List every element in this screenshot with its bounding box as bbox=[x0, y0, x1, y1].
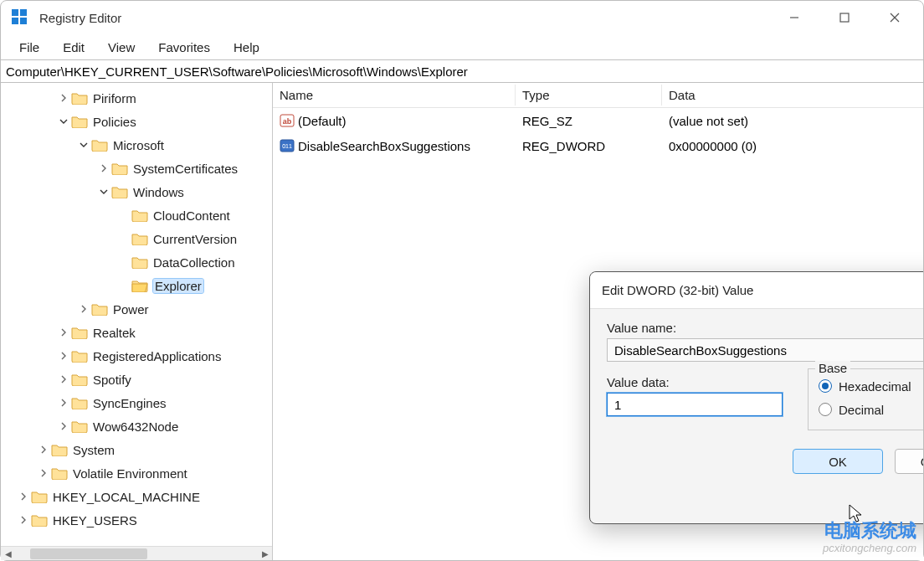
expand-icon[interactable] bbox=[118, 280, 130, 291]
folder-icon bbox=[131, 279, 148, 292]
expand-icon[interactable] bbox=[78, 139, 90, 151]
cancel-button[interactable]: Cancel bbox=[895, 449, 923, 474]
folder-icon bbox=[131, 255, 148, 269]
column-header-name[interactable]: Name bbox=[273, 85, 516, 106]
expand-icon[interactable] bbox=[58, 92, 69, 104]
list-row[interactable]: ab(Default)REG_SZ(value not set) bbox=[273, 108, 923, 133]
svg-text:ab: ab bbox=[283, 117, 292, 126]
svg-rect-0 bbox=[12, 9, 18, 16]
tree-item-microsoft[interactable]: Microsoft bbox=[1, 133, 272, 157]
expand-icon[interactable] bbox=[58, 397, 69, 409]
tree-item-datacollection[interactable]: DataCollection bbox=[1, 250, 272, 274]
svg-text:011: 011 bbox=[282, 143, 292, 149]
folder-icon bbox=[71, 396, 88, 409]
tree-item-realtek[interactable]: Realtek bbox=[1, 321, 272, 344]
tree-item-system[interactable]: System bbox=[1, 438, 272, 461]
radio-hex-label: Hexadecimal bbox=[839, 379, 911, 394]
ok-button[interactable]: OK bbox=[793, 449, 883, 474]
tree-item-label: Policies bbox=[93, 115, 136, 129]
radio-decimal[interactable]: Decimal bbox=[819, 398, 923, 421]
menu-favorites[interactable]: Favorites bbox=[146, 37, 222, 58]
svg-rect-3 bbox=[20, 18, 27, 24]
folder-icon bbox=[111, 162, 128, 175]
window: Registry Editor File Edit View Favorites… bbox=[0, 0, 924, 561]
watermark: 电脑系统城 pcxitongcheng.com bbox=[823, 520, 916, 555]
svg-rect-1 bbox=[20, 9, 27, 16]
value-type: REG_SZ bbox=[516, 112, 662, 130]
scroll-thumb[interactable] bbox=[30, 548, 147, 559]
menu-file[interactable]: File bbox=[8, 37, 51, 58]
tree-item-label: Wow6432Node bbox=[93, 419, 178, 434]
expand-icon[interactable] bbox=[98, 162, 110, 174]
expand-icon[interactable] bbox=[58, 373, 69, 385]
tree-item-power[interactable]: Power bbox=[1, 297, 272, 321]
list-row[interactable]: 011DisableSearchBoxSuggestionsREG_DWORD0… bbox=[273, 133, 923, 158]
folder-icon bbox=[71, 91, 88, 105]
list-rows: ab(Default)REG_SZ(value not set)011Disab… bbox=[273, 108, 923, 158]
scroll-left-icon[interactable]: ◀ bbox=[1, 547, 15, 561]
expand-icon[interactable] bbox=[38, 444, 49, 455]
tree-item-label: CurrentVersion bbox=[153, 232, 237, 246]
menu-help[interactable]: Help bbox=[222, 37, 271, 58]
expand-icon[interactable] bbox=[18, 491, 29, 502]
menu-edit[interactable]: Edit bbox=[51, 37, 96, 58]
base-legend: Base bbox=[815, 361, 850, 375]
address-bar[interactable]: Computer\HKEY_CURRENT_USER\Software\Poli… bbox=[1, 59, 923, 83]
expand-icon[interactable] bbox=[118, 256, 130, 268]
tree-item-syncengines[interactable]: SyncEngines bbox=[1, 391, 272, 414]
tree-item-registeredapplications[interactable]: RegisteredApplications bbox=[1, 344, 272, 368]
value-data-label: Value data: bbox=[607, 375, 783, 389]
column-header-data[interactable]: Data bbox=[662, 85, 923, 106]
watermark-big: 电脑系统城 bbox=[823, 520, 916, 542]
dialog-title: Edit DWORD (32-bit) Value bbox=[602, 283, 753, 297]
radio-hexadecimal[interactable]: Hexadecimal bbox=[819, 374, 923, 398]
value-data: 0x00000000 (0) bbox=[662, 137, 923, 155]
tree-scrollbar-horizontal[interactable]: ◀ ▶ bbox=[1, 546, 272, 560]
expand-icon[interactable] bbox=[118, 233, 130, 244]
expand-icon[interactable] bbox=[58, 350, 69, 362]
tree-item-volatile-environment[interactable]: Volatile Environment bbox=[1, 461, 272, 485]
tree-item-hkey-local-machine[interactable]: HKEY_LOCAL_MACHINE bbox=[1, 485, 272, 508]
radio-dec-label: Decimal bbox=[839, 403, 884, 417]
tree-item-systemcertificates[interactable]: SystemCertificates bbox=[1, 157, 272, 180]
scroll-right-icon[interactable]: ▶ bbox=[258, 547, 272, 561]
tree-item-wow6432node[interactable]: Wow6432Node bbox=[1, 414, 272, 438]
expand-icon[interactable] bbox=[58, 420, 69, 432]
tree-item-piriform[interactable]: Piriform bbox=[1, 86, 272, 110]
list-pane: Name Type Data ab(Default)REG_SZ(value n… bbox=[273, 83, 923, 560]
value-name-input[interactable] bbox=[607, 338, 923, 362]
expand-icon[interactable] bbox=[98, 186, 110, 198]
tree-item-windows[interactable]: Windows bbox=[1, 180, 272, 203]
expand-icon[interactable] bbox=[58, 116, 69, 127]
tree-item-hkey-users[interactable]: HKEY_USERS bbox=[1, 508, 272, 532]
tree[interactable]: PiriformPoliciesMicrosoftSystemCertifica… bbox=[1, 83, 272, 538]
value-name: (Default) bbox=[298, 114, 346, 128]
expand-icon[interactable] bbox=[38, 467, 49, 479]
value-data-input[interactable] bbox=[607, 393, 783, 416]
menu-view[interactable]: View bbox=[96, 37, 146, 58]
dialog-buttons: OK Cancel bbox=[607, 449, 923, 474]
tree-item-label: DataCollection bbox=[153, 255, 235, 270]
maximize-button[interactable] bbox=[819, 1, 870, 34]
expand-icon[interactable] bbox=[78, 303, 90, 315]
tree-item-label: HKEY_LOCAL_MACHINE bbox=[53, 490, 200, 504]
svg-rect-2 bbox=[12, 18, 18, 24]
column-header-type[interactable]: Type bbox=[516, 85, 662, 106]
value-data: (value not set) bbox=[662, 112, 923, 130]
expand-icon[interactable] bbox=[18, 514, 29, 526]
tree-item-policies[interactable]: Policies bbox=[1, 110, 272, 133]
value-name: DisableSearchBoxSuggestions bbox=[298, 139, 470, 153]
minimize-button[interactable] bbox=[769, 1, 819, 34]
tree-item-label: System bbox=[73, 443, 115, 457]
value-icon: 011 bbox=[280, 138, 295, 153]
tree-item-explorer[interactable]: Explorer bbox=[1, 274, 272, 297]
expand-icon[interactable] bbox=[58, 327, 69, 338]
tree-item-cloudcontent[interactable]: CloudContent bbox=[1, 203, 272, 227]
folder-icon bbox=[31, 513, 48, 527]
tree-item-spotify[interactable]: Spotify bbox=[1, 368, 272, 391]
expand-icon[interactable] bbox=[118, 209, 130, 221]
tree-item-label: Windows bbox=[133, 185, 184, 199]
close-button[interactable] bbox=[870, 1, 920, 34]
base-fieldset: Base Hexadecimal Decimal bbox=[808, 368, 923, 430]
tree-item-currentversion[interactable]: CurrentVersion bbox=[1, 227, 272, 250]
